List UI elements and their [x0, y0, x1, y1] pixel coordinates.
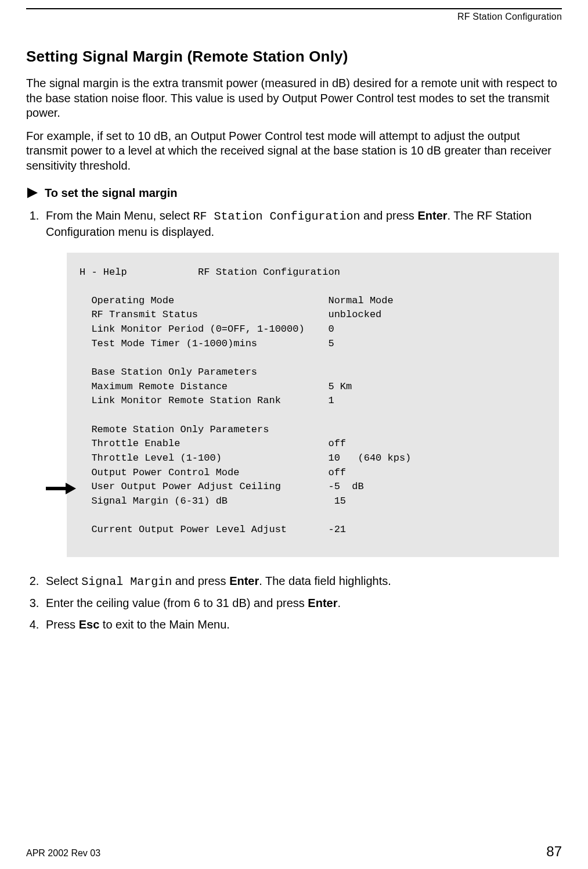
step-2-code: Signal Margin — [81, 575, 172, 588]
procedure-label: To set the signal margin — [45, 186, 178, 200]
step-2-mid: and press — [172, 574, 229, 587]
step-1: From the Main Menu, select RF Station Co… — [42, 208, 562, 557]
step-3-suffix: . — [337, 597, 341, 609]
step-4-suffix: to exit to the Main Menu. — [99, 618, 230, 631]
paragraph-2: For example, if set to 10 dB, an Output … — [26, 129, 562, 174]
step-2-suffix: . The data field highlights. — [259, 574, 391, 587]
step-4: Press Esc to exit to the Main Menu. — [42, 617, 562, 633]
svg-marker-2 — [66, 483, 76, 494]
terminal-screen: H - Help RF Station Configuration Operat… — [67, 253, 559, 557]
page: RF Station Configuration Setting Signal … — [0, 8, 588, 869]
arrow-right-icon — [26, 186, 39, 199]
section-title: Setting Signal Margin (Remote Station On… — [26, 48, 562, 66]
step-1-mid: and press — [360, 209, 417, 222]
step-1-key: Enter — [417, 209, 447, 222]
step-2-key: Enter — [229, 574, 259, 587]
footer-revision: APR 2002 Rev 03 — [26, 848, 100, 859]
step-3: Enter the ceiling value (from 6 to 31 dB… — [42, 595, 562, 611]
step-4-key: Esc — [79, 618, 100, 631]
step-list: From the Main Menu, select RF Station Co… — [26, 208, 562, 633]
page-footer: APR 2002 Rev 03 87 — [26, 843, 562, 860]
step-4-prefix: Press — [46, 618, 79, 631]
paragraph-1: The signal margin is the extra transmit … — [26, 76, 562, 121]
step-2-prefix: Select — [46, 574, 81, 587]
step-1-prefix: From the Main Menu, select — [46, 209, 193, 222]
step-3-prefix: Enter the ceiling value (from 6 to 31 dB… — [46, 597, 308, 609]
procedure-heading: To set the signal margin — [26, 186, 562, 200]
pointer-arrow-icon — [46, 483, 76, 498]
svg-marker-0 — [27, 188, 38, 198]
step-2: Select Signal Margin and press Enter. Th… — [42, 573, 562, 590]
running-head: RF Station Configuration — [26, 9, 562, 22]
footer-page-number: 87 — [546, 843, 562, 860]
svg-rect-1 — [46, 487, 66, 490]
step-3-key: Enter — [308, 597, 337, 609]
step-1-code: RF Station Configuration — [193, 210, 360, 223]
terminal-wrap: H - Help RF Station Configuration Operat… — [67, 253, 562, 557]
